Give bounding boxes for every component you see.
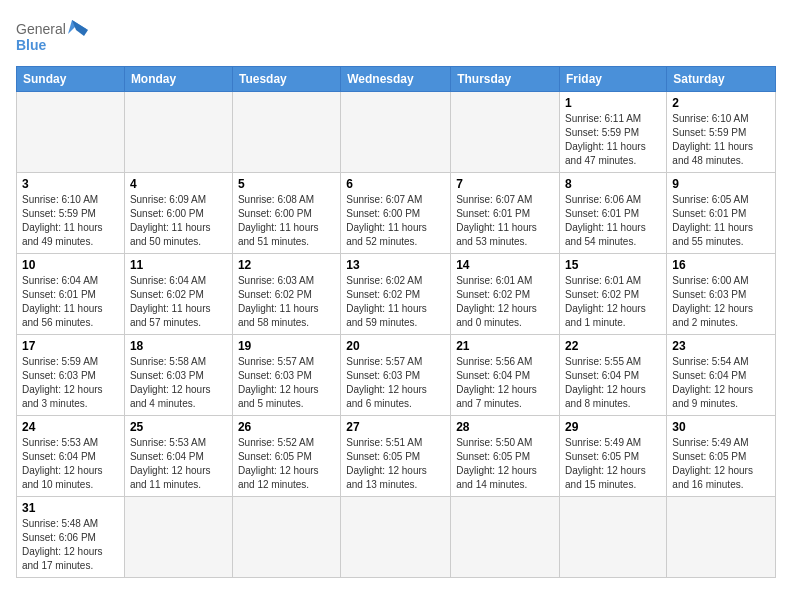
day-info: Sunrise: 6:01 AM Sunset: 6:02 PM Dayligh… (565, 274, 661, 330)
calendar-cell: 13Sunrise: 6:02 AM Sunset: 6:02 PM Dayli… (341, 254, 451, 335)
calendar-cell (451, 497, 560, 578)
day-info: Sunrise: 5:54 AM Sunset: 6:04 PM Dayligh… (672, 355, 770, 411)
calendar-cell: 21Sunrise: 5:56 AM Sunset: 6:04 PM Dayli… (451, 335, 560, 416)
calendar-cell: 8Sunrise: 6:06 AM Sunset: 6:01 PM Daylig… (560, 173, 667, 254)
weekday-header-sunday: Sunday (17, 67, 125, 92)
svg-marker-3 (72, 20, 88, 36)
day-info: Sunrise: 6:05 AM Sunset: 6:01 PM Dayligh… (672, 193, 770, 249)
day-number: 4 (130, 177, 227, 191)
calendar-cell (232, 92, 340, 173)
day-info: Sunrise: 6:01 AM Sunset: 6:02 PM Dayligh… (456, 274, 554, 330)
calendar-cell (667, 497, 776, 578)
calendar-cell: 4Sunrise: 6:09 AM Sunset: 6:00 PM Daylig… (124, 173, 232, 254)
day-info: Sunrise: 5:51 AM Sunset: 6:05 PM Dayligh… (346, 436, 445, 492)
calendar-cell (232, 497, 340, 578)
svg-text:General: General (16, 21, 66, 37)
calendar-cell: 2Sunrise: 6:10 AM Sunset: 5:59 PM Daylig… (667, 92, 776, 173)
weekday-header-thursday: Thursday (451, 67, 560, 92)
day-number: 30 (672, 420, 770, 434)
day-number: 28 (456, 420, 554, 434)
day-number: 8 (565, 177, 661, 191)
day-info: Sunrise: 5:49 AM Sunset: 6:05 PM Dayligh… (672, 436, 770, 492)
calendar-week-row: 10Sunrise: 6:04 AM Sunset: 6:01 PM Dayli… (17, 254, 776, 335)
calendar-cell: 1Sunrise: 6:11 AM Sunset: 5:59 PM Daylig… (560, 92, 667, 173)
calendar-cell (341, 92, 451, 173)
calendar-cell: 18Sunrise: 5:58 AM Sunset: 6:03 PM Dayli… (124, 335, 232, 416)
day-number: 14 (456, 258, 554, 272)
calendar-cell: 14Sunrise: 6:01 AM Sunset: 6:02 PM Dayli… (451, 254, 560, 335)
calendar-cell: 12Sunrise: 6:03 AM Sunset: 6:02 PM Dayli… (232, 254, 340, 335)
day-number: 25 (130, 420, 227, 434)
calendar-cell: 24Sunrise: 5:53 AM Sunset: 6:04 PM Dayli… (17, 416, 125, 497)
calendar-cell: 3Sunrise: 6:10 AM Sunset: 5:59 PM Daylig… (17, 173, 125, 254)
svg-text:Blue: Blue (16, 37, 47, 53)
day-number: 6 (346, 177, 445, 191)
day-info: Sunrise: 6:00 AM Sunset: 6:03 PM Dayligh… (672, 274, 770, 330)
day-info: Sunrise: 5:57 AM Sunset: 6:03 PM Dayligh… (238, 355, 335, 411)
calendar-cell (451, 92, 560, 173)
day-info: Sunrise: 5:56 AM Sunset: 6:04 PM Dayligh… (456, 355, 554, 411)
calendar-cell: 16Sunrise: 6:00 AM Sunset: 6:03 PM Dayli… (667, 254, 776, 335)
day-number: 29 (565, 420, 661, 434)
calendar-cell: 17Sunrise: 5:59 AM Sunset: 6:03 PM Dayli… (17, 335, 125, 416)
day-number: 12 (238, 258, 335, 272)
calendar-cell: 26Sunrise: 5:52 AM Sunset: 6:05 PM Dayli… (232, 416, 340, 497)
day-info: Sunrise: 5:58 AM Sunset: 6:03 PM Dayligh… (130, 355, 227, 411)
calendar-cell: 27Sunrise: 5:51 AM Sunset: 6:05 PM Dayli… (341, 416, 451, 497)
day-number: 19 (238, 339, 335, 353)
day-number: 18 (130, 339, 227, 353)
calendar-cell: 31Sunrise: 5:48 AM Sunset: 6:06 PM Dayli… (17, 497, 125, 578)
day-info: Sunrise: 6:06 AM Sunset: 6:01 PM Dayligh… (565, 193, 661, 249)
calendar-cell (124, 497, 232, 578)
day-info: Sunrise: 6:03 AM Sunset: 6:02 PM Dayligh… (238, 274, 335, 330)
calendar-cell: 30Sunrise: 5:49 AM Sunset: 6:05 PM Dayli… (667, 416, 776, 497)
day-number: 24 (22, 420, 119, 434)
day-info: Sunrise: 6:07 AM Sunset: 6:01 PM Dayligh… (456, 193, 554, 249)
day-number: 9 (672, 177, 770, 191)
calendar-cell (124, 92, 232, 173)
calendar-cell: 7Sunrise: 6:07 AM Sunset: 6:01 PM Daylig… (451, 173, 560, 254)
day-number: 7 (456, 177, 554, 191)
day-number: 2 (672, 96, 770, 110)
day-number: 23 (672, 339, 770, 353)
day-number: 17 (22, 339, 119, 353)
day-number: 5 (238, 177, 335, 191)
day-info: Sunrise: 6:07 AM Sunset: 6:00 PM Dayligh… (346, 193, 445, 249)
day-info: Sunrise: 5:57 AM Sunset: 6:03 PM Dayligh… (346, 355, 445, 411)
calendar-week-row: 31Sunrise: 5:48 AM Sunset: 6:06 PM Dayli… (17, 497, 776, 578)
calendar-cell: 20Sunrise: 5:57 AM Sunset: 6:03 PM Dayli… (341, 335, 451, 416)
calendar-cell: 19Sunrise: 5:57 AM Sunset: 6:03 PM Dayli… (232, 335, 340, 416)
calendar-table: SundayMondayTuesdayWednesdayThursdayFrid… (16, 66, 776, 578)
weekday-header-monday: Monday (124, 67, 232, 92)
calendar-cell: 23Sunrise: 5:54 AM Sunset: 6:04 PM Dayli… (667, 335, 776, 416)
day-info: Sunrise: 6:04 AM Sunset: 6:01 PM Dayligh… (22, 274, 119, 330)
weekday-header-friday: Friday (560, 67, 667, 92)
page-header: GeneralBlue (16, 16, 776, 58)
calendar-cell (560, 497, 667, 578)
calendar-week-row: 17Sunrise: 5:59 AM Sunset: 6:03 PM Dayli… (17, 335, 776, 416)
calendar-cell: 9Sunrise: 6:05 AM Sunset: 6:01 PM Daylig… (667, 173, 776, 254)
day-info: Sunrise: 6:08 AM Sunset: 6:00 PM Dayligh… (238, 193, 335, 249)
day-info: Sunrise: 6:10 AM Sunset: 5:59 PM Dayligh… (672, 112, 770, 168)
day-info: Sunrise: 5:48 AM Sunset: 6:06 PM Dayligh… (22, 517, 119, 573)
day-number: 27 (346, 420, 445, 434)
calendar-cell (17, 92, 125, 173)
day-info: Sunrise: 6:09 AM Sunset: 6:00 PM Dayligh… (130, 193, 227, 249)
day-number: 3 (22, 177, 119, 191)
logo: GeneralBlue (16, 16, 96, 58)
logo-svg: GeneralBlue (16, 16, 96, 58)
day-info: Sunrise: 6:10 AM Sunset: 5:59 PM Dayligh… (22, 193, 119, 249)
day-info: Sunrise: 5:53 AM Sunset: 6:04 PM Dayligh… (22, 436, 119, 492)
calendar-cell: 10Sunrise: 6:04 AM Sunset: 6:01 PM Dayli… (17, 254, 125, 335)
day-number: 31 (22, 501, 119, 515)
day-info: Sunrise: 5:50 AM Sunset: 6:05 PM Dayligh… (456, 436, 554, 492)
calendar-cell: 29Sunrise: 5:49 AM Sunset: 6:05 PM Dayli… (560, 416, 667, 497)
day-number: 20 (346, 339, 445, 353)
day-info: Sunrise: 6:04 AM Sunset: 6:02 PM Dayligh… (130, 274, 227, 330)
day-info: Sunrise: 5:49 AM Sunset: 6:05 PM Dayligh… (565, 436, 661, 492)
calendar-cell: 22Sunrise: 5:55 AM Sunset: 6:04 PM Dayli… (560, 335, 667, 416)
day-number: 11 (130, 258, 227, 272)
day-number: 10 (22, 258, 119, 272)
day-number: 21 (456, 339, 554, 353)
calendar-cell: 28Sunrise: 5:50 AM Sunset: 6:05 PM Dayli… (451, 416, 560, 497)
